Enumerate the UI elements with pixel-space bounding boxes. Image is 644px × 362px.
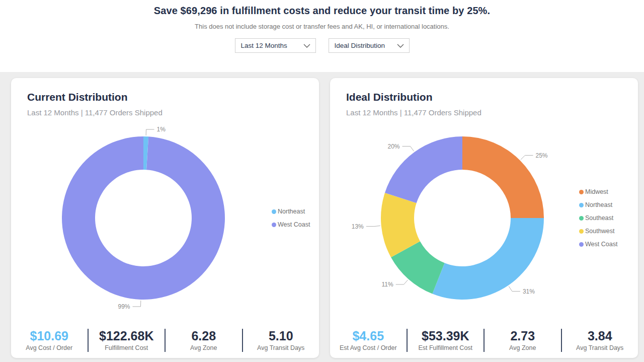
chevron-down-icon — [397, 44, 404, 48]
label-leader-line — [509, 286, 520, 292]
slice-percent-label: 31% — [523, 288, 535, 295]
header: Save $69,296 in fulfillment costs and re… — [0, 0, 644, 72]
stat-value: $122.68K — [89, 329, 165, 343]
legend-dot-icon — [579, 216, 584, 221]
stat-value: 5.10 — [243, 329, 319, 343]
label-leader-line — [396, 280, 408, 284]
legend-item-west-coast[interactable]: West Coast — [272, 218, 310, 231]
legend-dot-icon — [272, 223, 276, 227]
stat-avg-cost-order: $10.69Avg Cost / Order — [11, 329, 88, 352]
donut-slice-midwest[interactable] — [462, 136, 544, 218]
stat-label: Avg Transit Days — [243, 344, 319, 351]
stat-value: $4.65 — [330, 329, 407, 343]
stats-row: $4.65Est Avg Cost / Order$53.39KEst Fulf… — [330, 327, 638, 354]
slice-percent-label: 1% — [157, 126, 166, 133]
stat-avg-zone: 2.73Avg Zone — [485, 329, 561, 352]
legend-label: Southeast — [585, 214, 613, 222]
legend-item-northeast[interactable]: Northeast — [272, 205, 310, 218]
legend-label: Midwest — [585, 188, 608, 195]
slice-percent-label: 20% — [387, 143, 399, 150]
filter-row: Last 12 Months Ideal Distribution — [0, 38, 644, 53]
stat-value: 3.84 — [562, 329, 638, 343]
legend-label: West Coast — [278, 221, 310, 228]
slice-percent-label: 25% — [536, 152, 548, 159]
distribution-dropdown[interactable]: Ideal Distribution — [329, 38, 410, 53]
legend-dot-icon — [579, 190, 584, 194]
stat-label: Avg Cost / Order — [11, 344, 88, 351]
legend-item-southwest[interactable]: Southwest — [579, 225, 617, 238]
slice-percent-label: 99% — [118, 303, 130, 310]
current-distribution-card: Current Distribution Last 12 Months | 11… — [11, 78, 319, 358]
legend-item-midwest[interactable]: Midwest — [579, 185, 617, 198]
stat-label: Avg Transit Days — [562, 344, 638, 351]
donut-slice-west-coast[interactable] — [62, 136, 225, 300]
stat-value: 2.73 — [485, 329, 561, 343]
legend-label: West Coast — [585, 241, 617, 248]
stat-fulfillment-cost: $122.68KFulfillment Cost — [89, 329, 165, 352]
stat-est-avg-cost-order: $4.65Est Avg Cost / Order — [330, 329, 407, 352]
label-leader-line — [146, 129, 154, 135]
stat-avg-zone: 6.28Avg Zone — [166, 329, 242, 352]
stat-value: $10.69 — [11, 329, 88, 343]
stat-avg-transit-days: 5.10Avg Transit Days — [243, 329, 319, 352]
slice-percent-label: 11% — [381, 281, 393, 288]
legend-item-west-coast[interactable]: West Coast — [579, 238, 617, 251]
card-subtitle: Last 12 Months | 11,477 Orders Shipped — [27, 108, 163, 117]
legend-label: Southwest — [585, 228, 614, 235]
legend-label: Northeast — [585, 201, 612, 208]
time-range-value: Last 12 Months — [241, 42, 287, 49]
stat-value: $53.39K — [408, 329, 484, 343]
savings-headline: Save $69,296 in fulfillment costs and re… — [0, 5, 644, 17]
legend-item-northeast[interactable]: Northeast — [579, 198, 617, 211]
chart-legend: MidwestNortheastSoutheastSouthwestWest C… — [579, 185, 617, 251]
legend-dot-icon — [272, 209, 276, 214]
legend-dot-icon — [579, 203, 584, 207]
stats-row: $10.69Avg Cost / Order$122.68KFulfillmen… — [11, 327, 319, 354]
legend-label: Northeast — [278, 208, 305, 215]
stat-label: Avg Zone — [166, 344, 242, 351]
label-leader-line — [133, 301, 141, 307]
stat-est-fulfillment-cost: $53.39KEst Fulfillment Cost — [408, 329, 484, 352]
stat-label: Avg Zone — [485, 344, 561, 351]
time-range-dropdown[interactable]: Last 12 Months — [235, 38, 316, 53]
chart-legend: NortheastWest Coast — [272, 205, 310, 231]
stat-label: Fulfillment Cost — [89, 344, 165, 351]
stat-label: Est Avg Cost / Order — [330, 344, 407, 351]
card-title: Ideal Distribution — [346, 91, 433, 103]
label-leader-line — [366, 226, 380, 226]
slice-percent-label: 13% — [352, 223, 364, 230]
chevron-down-icon — [303, 44, 310, 48]
card-subtitle: Last 12 Months | 11,477 Orders Shipped — [346, 108, 481, 117]
label-leader-line — [521, 156, 533, 160]
legend-item-southeast[interactable]: Southeast — [579, 211, 617, 225]
distribution-value: Ideal Distribution — [335, 42, 385, 49]
card-title: Current Distribution — [27, 91, 128, 103]
ideal-distribution-card: Ideal Distribution Last 12 Months | 11,4… — [330, 78, 638, 358]
stat-label: Est Fulfillment Cost — [408, 344, 484, 351]
legend-dot-icon — [579, 242, 584, 247]
dashboard: Current Distribution Last 12 Months | 11… — [0, 72, 644, 362]
legend-dot-icon — [579, 229, 584, 234]
label-leader-line — [403, 147, 414, 152]
page: Save $69,296 in fulfillment costs and re… — [0, 0, 644, 362]
savings-disclaimer: This does not include storage cost or tr… — [0, 23, 644, 30]
stat-value: 6.28 — [166, 329, 242, 343]
stat-avg-transit-days: 3.84Avg Transit Days — [562, 329, 638, 352]
